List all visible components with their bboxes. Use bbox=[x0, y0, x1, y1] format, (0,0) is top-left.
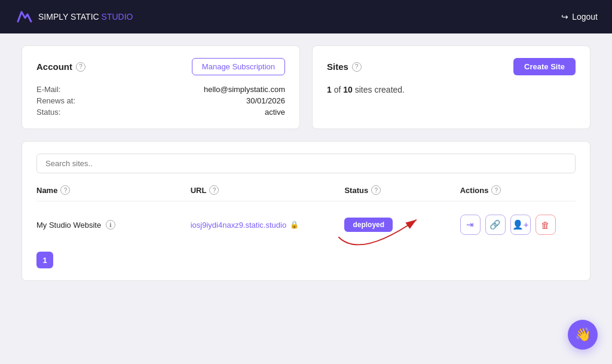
email-row: E-Mail: hello@simplystatic.com bbox=[36, 85, 285, 94]
header: SIMPLY STATIC STUDIO ↪ Logout bbox=[0, 0, 612, 33]
site-name-text: My Studio Website bbox=[36, 221, 101, 230]
logo-text: SIMPLY STATIC STUDIO bbox=[38, 12, 133, 22]
logo-static: STATIC bbox=[68, 12, 99, 22]
logo-studio: STUDIO bbox=[99, 12, 133, 22]
email-label: E-Mail: bbox=[36, 85, 60, 94]
th-actions: Actions ? bbox=[460, 185, 576, 195]
site-status-cell: deployed bbox=[344, 218, 460, 232]
create-site-button[interactable]: Create Site bbox=[513, 58, 576, 75]
table-row: My Studio Website ℹ iosj9iydi4naxz9.stat… bbox=[36, 209, 576, 241]
link-button[interactable]: 🔗 bbox=[485, 215, 506, 235]
th-name: Name ? bbox=[36, 185, 191, 195]
go-to-site-button[interactable]: ⇥ bbox=[460, 215, 481, 235]
site-url-cell: iosj9iydi4naxz9.static.studio 🔒 bbox=[191, 221, 345, 230]
account-card: Account ? Manage Subscription E-Mail: he… bbox=[22, 45, 300, 129]
logout-icon: ↪ bbox=[561, 12, 568, 22]
actions-help-icon[interactable]: ? bbox=[491, 185, 501, 195]
renews-value: 30/01/2026 bbox=[246, 96, 285, 105]
sites-card-header: Sites ? Create Site bbox=[327, 58, 576, 75]
logo: SIMPLY STATIC STUDIO bbox=[14, 7, 133, 26]
site-actions-cell: ⇥ 🔗 👤+ 🗑 bbox=[460, 215, 576, 235]
sites-count: 1 of 10 sites created. bbox=[327, 85, 576, 94]
th-status: Status ? bbox=[344, 185, 460, 195]
account-card-header: Account ? Manage Subscription bbox=[36, 58, 285, 75]
logout-label: Logout bbox=[572, 12, 598, 22]
fab-button[interactable]: 👋 bbox=[568, 320, 598, 350]
login-icon: ⇥ bbox=[466, 219, 474, 230]
pagination: 1 bbox=[36, 252, 576, 268]
account-title: Account ? bbox=[36, 62, 85, 72]
sites-card: Sites ? Create Site 1 of 10 sites create… bbox=[312, 45, 590, 129]
main-content: Account ? Manage Subscription E-Mail: he… bbox=[0, 33, 612, 293]
add-user-icon: 👤+ bbox=[512, 219, 529, 230]
status-label: Status: bbox=[36, 108, 60, 117]
status-value: active bbox=[265, 108, 285, 117]
site-name-cell: My Studio Website ℹ bbox=[36, 220, 191, 230]
top-row: Account ? Manage Subscription E-Mail: he… bbox=[22, 45, 590, 129]
site-name-info-icon[interactable]: ℹ bbox=[106, 220, 115, 230]
table-header: Name ? URL ? Status ? Actions ? bbox=[36, 185, 576, 201]
sites-title: Sites ? bbox=[327, 62, 362, 72]
status-badge: deployed bbox=[344, 218, 393, 232]
renews-row: Renews at: 30/01/2026 bbox=[36, 96, 285, 105]
site-url-link[interactable]: iosj9iydi4naxz9.static.studio bbox=[191, 221, 286, 230]
email-value: hello@simplystatic.com bbox=[204, 85, 285, 94]
trash-icon: 🗑 bbox=[541, 220, 550, 230]
lock-icon: 🔒 bbox=[290, 221, 299, 229]
search-input[interactable] bbox=[36, 154, 576, 173]
logout-button[interactable]: ↪ Logout bbox=[561, 12, 598, 22]
page-number[interactable]: 1 bbox=[36, 252, 53, 268]
logo-icon bbox=[14, 7, 33, 26]
logo-simply: SIMPLY bbox=[38, 12, 68, 22]
status-row: Status: active bbox=[36, 108, 285, 117]
th-url: URL ? bbox=[191, 185, 345, 195]
account-info: E-Mail: hello@simplystatic.com Renews at… bbox=[36, 85, 285, 117]
fab-icon: 👋 bbox=[575, 327, 591, 342]
sites-table-card: Name ? URL ? Status ? Actions ? My Studi… bbox=[22, 141, 590, 281]
account-help-icon[interactable]: ? bbox=[76, 62, 85, 72]
manage-subscription-button[interactable]: Manage Subscription bbox=[192, 58, 285, 75]
status-help-icon[interactable]: ? bbox=[371, 185, 381, 195]
delete-button[interactable]: 🗑 bbox=[536, 215, 556, 235]
link-icon: 🔗 bbox=[489, 219, 501, 230]
url-help-icon[interactable]: ? bbox=[209, 185, 219, 195]
renews-label: Renews at: bbox=[36, 96, 75, 105]
name-help-icon[interactable]: ? bbox=[60, 185, 70, 195]
sites-help-icon[interactable]: ? bbox=[352, 62, 362, 72]
add-user-button[interactable]: 👤+ bbox=[510, 215, 531, 235]
